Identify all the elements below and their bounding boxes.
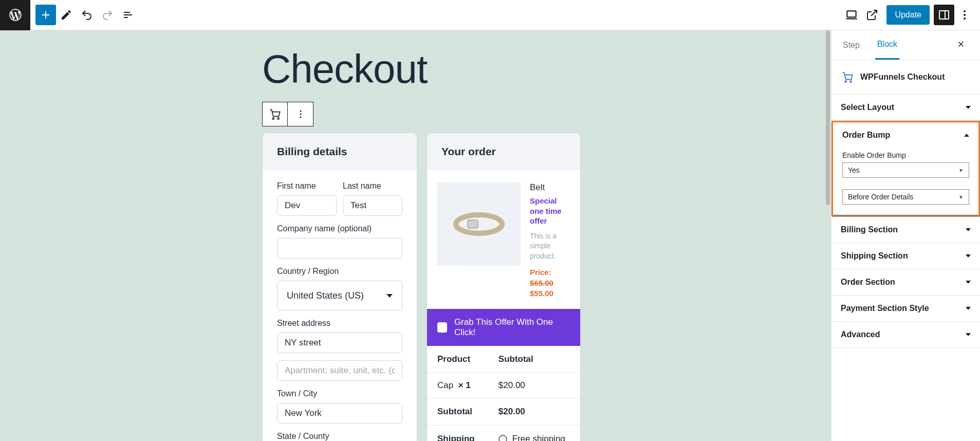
order-bump-box: Belt Special one time offer This is a si…: [427, 170, 580, 309]
last-name-label: Last name: [343, 181, 402, 191]
panel-select-layout: Select Layout: [831, 95, 980, 121]
your-order-card: Your order Belt Special one time offer T…: [427, 133, 581, 441]
add-block-button[interactable]: [35, 5, 56, 25]
panel-header[interactable]: Advanced: [831, 322, 980, 347]
subtotal-header: Subtotal: [488, 346, 580, 373]
edit-button[interactable]: [56, 5, 77, 25]
more-vertical-icon: [958, 9, 971, 21]
bump-cta-button[interactable]: Grab This Offer With One Click!: [427, 309, 580, 346]
bump-price: Price: $65.00 $55.00: [530, 267, 570, 299]
document-overview-button[interactable]: [118, 5, 138, 25]
sidebar-tabs: Step Block: [831, 30, 980, 60]
list-icon: [122, 9, 134, 21]
belt-icon: [453, 209, 505, 240]
block-type-button[interactable]: [262, 102, 288, 126]
settings-sidebar: Step Block WPFunnels Checkout Select Lay…: [831, 30, 980, 441]
settings-panel-toggle[interactable]: [934, 5, 954, 25]
panel-header[interactable]: Shipping Section: [831, 243, 980, 269]
external-link-icon: [866, 9, 878, 21]
scrollbar-thumb[interactable]: [826, 30, 830, 205]
page-title[interactable]: Checkout: [262, 46, 831, 93]
cart-icon: [268, 107, 282, 121]
product-header: Product: [427, 346, 488, 373]
sidebar-icon: [938, 9, 950, 21]
panel-advanced: Advanced: [831, 322, 980, 348]
top-toolbar: Update: [0, 0, 980, 30]
company-label: Company name (optional): [277, 224, 402, 233]
chevron-down-icon: [966, 228, 971, 231]
table-row: Shipping Free shipping: [427, 426, 580, 441]
shipping-option[interactable]: Free shipping: [498, 434, 570, 441]
svg-point-9: [300, 117, 301, 118]
state-label: State / County: [277, 432, 402, 441]
order-table: Product Subtotal Cap × 1 $20.00 Subtotal…: [427, 346, 580, 441]
options-menu-button[interactable]: [954, 5, 975, 25]
panel-header[interactable]: Billing Section: [831, 217, 980, 243]
device-preview-button[interactable]: [841, 5, 862, 25]
svg-rect-0: [847, 11, 856, 17]
editor-canvas: Checkout Billing details First name: [0, 30, 831, 441]
wordpress-icon: [8, 8, 23, 22]
chevron-up-icon: [964, 134, 969, 137]
svg-point-13: [850, 81, 852, 82]
tab-block[interactable]: Block: [875, 30, 899, 60]
panel-header[interactable]: Select Layout: [831, 95, 980, 120]
panel-header[interactable]: Payment Section Style: [831, 296, 980, 321]
panel-header[interactable]: Order Section: [831, 269, 980, 295]
street-label: Street address: [277, 319, 402, 328]
plus-icon: [40, 9, 52, 21]
undo-icon: [81, 9, 93, 21]
chevron-down-icon: [386, 294, 393, 298]
enable-order-bump-select[interactable]: Yes ▼: [842, 162, 969, 178]
chevron-down-icon: [966, 106, 971, 109]
block-toolbar: [262, 102, 831, 126]
svg-point-5: [272, 118, 274, 119]
panel-shipping-section: Shipping Section: [831, 243, 980, 269]
undo-button[interactable]: [77, 5, 97, 25]
svg-rect-1: [939, 11, 949, 19]
bump-cta-label: Grab This Offer With One Click!: [454, 317, 570, 338]
chevron-down-icon: [966, 254, 971, 258]
country-select[interactable]: United States (US): [277, 281, 402, 310]
bump-product-name: Belt: [530, 182, 570, 193]
order-bump-image: [437, 182, 521, 266]
panel-payment-section: Payment Section Style: [831, 296, 980, 322]
bump-offer-text: Special one time offer: [530, 196, 570, 226]
street2-input[interactable]: [277, 360, 402, 381]
svg-point-6: [278, 118, 279, 119]
svg-point-8: [300, 114, 301, 115]
bump-description: This is a simple product.: [530, 231, 570, 262]
chevron-down-icon: [966, 281, 971, 284]
enable-order-bump-label: Enable Order Bump: [842, 151, 969, 159]
first-name-input[interactable]: [277, 195, 337, 216]
laptop-icon: [845, 8, 858, 22]
panel-header-order-bump[interactable]: Order Bump: [833, 122, 978, 148]
city-input[interactable]: [277, 403, 402, 424]
order-bump-position-select[interactable]: Before Order Details ▼: [842, 189, 969, 205]
pencil-icon: [60, 9, 72, 21]
cart-icon: [841, 70, 854, 84]
close-sidebar-button[interactable]: [951, 33, 971, 57]
block-name-label: WPFunnels Checkout: [860, 72, 945, 82]
tab-step[interactable]: Step: [841, 31, 862, 59]
block-options-button[interactable]: [288, 102, 313, 126]
more-vertical-icon: [294, 108, 307, 120]
preview-button[interactable]: [862, 5, 882, 25]
billing-heading: Billing details: [263, 133, 417, 170]
chevron-down-icon: [966, 307, 971, 310]
company-input[interactable]: [277, 238, 402, 259]
order-heading: Your order: [427, 133, 580, 170]
panel-order-section: Order Section: [831, 269, 980, 296]
panel-billing-section: Billing Section: [831, 217, 980, 243]
radio-icon: [498, 435, 507, 441]
redo-button[interactable]: [97, 5, 118, 25]
chevron-down-icon: ▼: [958, 168, 964, 173]
update-button[interactable]: Update: [886, 5, 930, 25]
chevron-down-icon: [966, 333, 971, 336]
last-name-input[interactable]: [343, 195, 402, 216]
street1-input[interactable]: [277, 333, 402, 353]
svg-point-7: [300, 111, 301, 112]
wordpress-logo[interactable]: [0, 0, 30, 30]
block-identity: WPFunnels Checkout: [831, 60, 980, 95]
svg-rect-11: [468, 220, 478, 228]
